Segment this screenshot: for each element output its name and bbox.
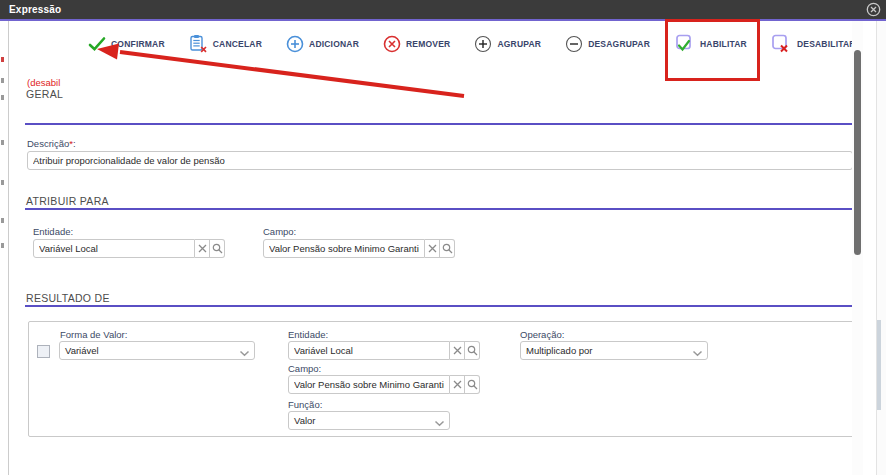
circle-minus-outline-icon xyxy=(565,35,583,53)
habilitar-label: HABILITAR xyxy=(700,39,747,49)
toolbar: CONFIRMAR CANCELAR xyxy=(0,21,886,66)
resultado-campo-label: Campo: xyxy=(288,363,321,374)
forma-de-valor-label: Forma de Valor: xyxy=(60,329,127,340)
check-icon xyxy=(88,36,106,52)
remover-button[interactable]: REMOVER xyxy=(383,35,450,53)
entidade-label: Entidade: xyxy=(33,226,73,237)
scrollbar-thumb[interactable] xyxy=(854,50,861,255)
confirmar-button[interactable]: CONFIRMAR xyxy=(88,36,165,52)
desagrupar-label: DESAGRUPAR xyxy=(588,39,650,49)
atribuir-para-section-divider xyxy=(25,208,853,210)
descricao-label: Descrição*: xyxy=(27,138,76,149)
circle-x-icon xyxy=(383,35,401,53)
resultado-campo-lookup-field xyxy=(288,375,480,394)
agrupar-button[interactable]: AGRUPAR xyxy=(474,35,541,53)
desagrupar-button[interactable]: DESAGRUPAR xyxy=(565,35,650,53)
confirmar-label: CONFIRMAR xyxy=(111,39,165,49)
circle-plus-icon xyxy=(286,35,304,53)
row-select-checkbox[interactable] xyxy=(37,345,50,358)
resultado-entidade-input[interactable] xyxy=(288,341,450,360)
clear-icon[interactable] xyxy=(425,239,440,258)
circle-plus-outline-icon xyxy=(474,35,492,53)
expression-dialog: Expressão CONFIRMAR xyxy=(0,0,886,475)
forma-de-valor-value: Variável xyxy=(65,345,99,356)
search-icon[interactable] xyxy=(465,375,480,394)
cancelar-label: CANCELAR xyxy=(213,39,262,49)
dialog-titlebar: Expressão xyxy=(0,0,886,19)
search-icon[interactable] xyxy=(210,239,225,258)
operacao-value: Multiplicado por xyxy=(526,345,593,356)
operacao-label: Operação: xyxy=(520,329,564,340)
forma-de-valor-select[interactable]: Variável xyxy=(59,341,255,360)
geral-section-heading: GERAL xyxy=(26,88,63,100)
background-scrollbar-thumb xyxy=(877,320,881,410)
clear-icon[interactable] xyxy=(450,375,465,394)
adicionar-button[interactable]: ADICIONAR xyxy=(286,35,359,53)
campo-lookup-field xyxy=(263,239,455,258)
clear-icon[interactable] xyxy=(195,239,210,258)
adicionar-label: ADICIONAR xyxy=(309,39,359,49)
funcao-label: Função: xyxy=(288,399,322,410)
annotation-partial-text: (desabil xyxy=(27,77,60,88)
search-icon[interactable] xyxy=(465,341,480,360)
desabilitar-label: DESABILITAR xyxy=(797,39,856,49)
form-cancel-icon xyxy=(189,34,208,53)
chevron-down-icon xyxy=(434,418,445,429)
clear-icon[interactable] xyxy=(450,341,465,360)
resultado-campo-input[interactable] xyxy=(288,375,450,394)
desabilitar-button[interactable]: DESABILITAR xyxy=(771,34,856,54)
square-x-icon xyxy=(771,34,792,54)
resultado-entidade-lookup-field xyxy=(288,341,480,360)
campo-label: Campo: xyxy=(263,226,296,237)
funcao-select[interactable]: Valor xyxy=(288,411,450,430)
remover-label: REMOVER xyxy=(406,39,450,49)
entidade-lookup-field xyxy=(33,239,225,258)
background-window-left-edge xyxy=(0,21,9,475)
search-icon[interactable] xyxy=(440,239,455,258)
resultado-entidade-label: Entidade: xyxy=(288,329,328,340)
operacao-select[interactable]: Multiplicado por xyxy=(520,341,708,360)
chevron-down-icon xyxy=(692,348,703,359)
close-icon[interactable] xyxy=(866,2,881,17)
resultado-de-section-heading: RESULTADO DE xyxy=(26,292,110,304)
resultado-de-section-divider xyxy=(25,305,853,307)
descricao-input[interactable] xyxy=(27,151,853,170)
entidade-input[interactable] xyxy=(33,239,195,258)
atribuir-para-section-heading: ATRIBUIR PARA xyxy=(26,195,109,207)
funcao-value: Valor xyxy=(294,415,315,426)
cancelar-button[interactable]: CANCELAR xyxy=(189,34,262,53)
campo-input[interactable] xyxy=(263,239,425,258)
square-check-icon xyxy=(674,34,695,54)
chevron-down-icon xyxy=(239,348,250,359)
agrupar-label: AGRUPAR xyxy=(497,39,541,49)
geral-section-divider xyxy=(25,123,853,125)
dialog-title: Expressão xyxy=(0,4,61,15)
habilitar-button[interactable]: HABILITAR xyxy=(674,34,747,54)
